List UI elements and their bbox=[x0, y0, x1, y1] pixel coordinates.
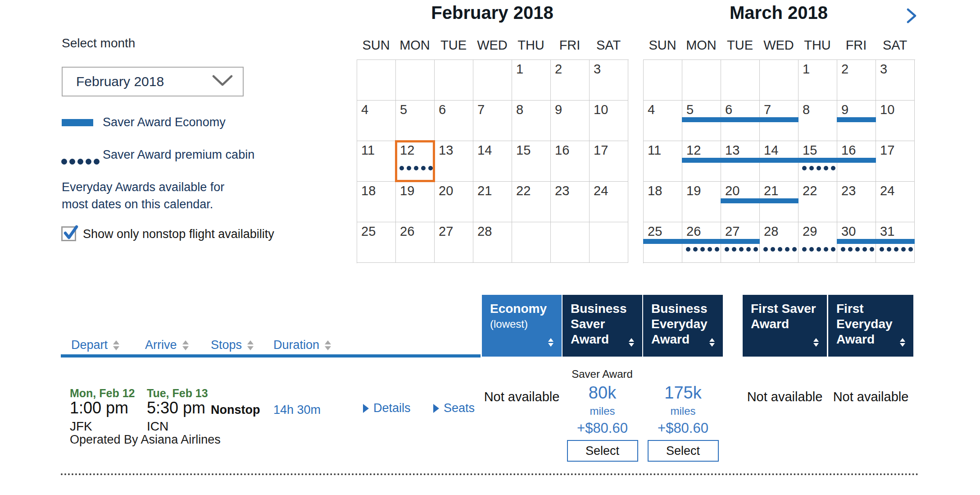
calendar-day-cell-18[interactable]: 18 bbox=[644, 182, 682, 222]
calendar-day-cell-1[interactable]: 1 bbox=[512, 60, 551, 101]
calendar-day-cell-20[interactable]: 20 bbox=[721, 182, 760, 222]
calendar-day-cell-14[interactable]: 14 bbox=[760, 141, 799, 182]
calendar-day-cell-4[interactable]: 4 bbox=[644, 101, 682, 141]
calendar-day-cell-13[interactable]: 13 bbox=[435, 141, 473, 182]
fare-header-first-saver-award[interactable]: First Saver Award bbox=[743, 295, 827, 357]
next-month-button[interactable] bbox=[903, 6, 921, 27]
calendar-day-cell-15[interactable]: 15 bbox=[799, 141, 837, 182]
calendar-day-cell-23[interactable]: 23 bbox=[551, 182, 590, 222]
select-button-business-everyday-award[interactable]: Select bbox=[648, 440, 719, 462]
fare-header-first-everyday-award[interactable]: First Everyday Award bbox=[828, 295, 913, 357]
saver-economy-bar bbox=[837, 239, 876, 244]
calendar-day-cell-2[interactable]: 2 bbox=[551, 60, 590, 101]
calendar-day-cell-14[interactable]: 14 bbox=[473, 141, 512, 182]
depart-airport: JFK bbox=[70, 419, 92, 434]
calendar-day-cell-16[interactable]: 16 bbox=[551, 141, 590, 182]
calendar-day-cell-24[interactable]: 24 bbox=[590, 182, 628, 222]
calendar-day-cell-26[interactable]: 26 bbox=[682, 222, 721, 263]
calendar-day-cell-11[interactable]: 11 bbox=[357, 141, 396, 182]
calendar-day-cell-17[interactable]: 17 bbox=[876, 141, 915, 182]
calendar-day-cell-6[interactable]: 6 bbox=[721, 101, 760, 141]
sort-header-depart[interactable]: Depart bbox=[71, 338, 119, 352]
calendar-day-cell-29[interactable]: 29 bbox=[799, 222, 837, 263]
calendar-day-cell-11[interactable]: 11 bbox=[644, 141, 682, 182]
calendar-empty-cell bbox=[644, 60, 682, 101]
calendar-day-cell-30[interactable]: 30 bbox=[837, 222, 876, 263]
checkmark-icon bbox=[63, 224, 79, 241]
calendar-day-cell-10[interactable]: 10 bbox=[876, 101, 915, 141]
calendar-day-cell-28[interactable]: 28 bbox=[473, 222, 512, 263]
fare-not-available: Not available bbox=[482, 390, 562, 404]
calendar-day-cell-23[interactable]: 23 bbox=[837, 182, 876, 222]
fare-header-subtitle: (lowest) bbox=[490, 316, 555, 332]
calendar-day-cell-7[interactable]: 7 bbox=[473, 101, 512, 141]
fare-header-title: Business Everyday Award bbox=[651, 301, 717, 347]
calendar-day-cell-12[interactable]: 12 bbox=[396, 141, 435, 182]
day-of-week-label: WED bbox=[759, 38, 798, 53]
calendar-day-cell-27[interactable]: 27 bbox=[721, 222, 760, 263]
day-number: 3 bbox=[880, 62, 887, 77]
nonstop-filter-checkbox[interactable] bbox=[61, 226, 76, 241]
sort-header-stops[interactable]: Stops bbox=[211, 338, 254, 352]
day-number: 10 bbox=[594, 102, 608, 117]
calendar-day-cell-18[interactable]: 18 bbox=[357, 182, 396, 222]
seats-link[interactable]: Seats bbox=[433, 401, 475, 415]
calendar-day-cell-9[interactable]: 9 bbox=[551, 101, 590, 141]
details-link[interactable]: Details bbox=[363, 401, 411, 415]
day-number: 2 bbox=[841, 62, 848, 77]
nonstop-filter-label: Show only nonstop flight availability bbox=[83, 227, 274, 241]
calendar-day-cell-8[interactable]: 8 bbox=[799, 101, 837, 141]
calendar-day-cell-6[interactable]: 6 bbox=[435, 101, 473, 141]
month-dropdown-value: February 2018 bbox=[76, 74, 164, 89]
calendar-day-cell-5[interactable]: 5 bbox=[396, 101, 435, 141]
calendar-day-cell-7[interactable]: 7 bbox=[760, 101, 799, 141]
calendar-day-cell-21[interactable]: 21 bbox=[760, 182, 799, 222]
calendar-day-cell-8[interactable]: 8 bbox=[512, 101, 551, 141]
calendar-day-cell-20[interactable]: 20 bbox=[435, 182, 473, 222]
calendar-day-cell-19[interactable]: 19 bbox=[396, 182, 435, 222]
calendar-day-cell-17[interactable]: 17 bbox=[590, 141, 628, 182]
calendar-day-cell-9[interactable]: 9 bbox=[837, 101, 876, 141]
day-number: 17 bbox=[880, 143, 894, 158]
fare-header-business-everyday-award[interactable]: Business Everyday Award bbox=[643, 295, 723, 357]
day-number: 19 bbox=[686, 183, 701, 198]
calendar-empty-cell bbox=[512, 222, 551, 263]
calendar-day-cell-25[interactable]: 25 bbox=[644, 222, 682, 263]
fare-header-business-saver-award[interactable]: Business Saver Award bbox=[563, 295, 642, 357]
calendar-day-cell-16[interactable]: 16 bbox=[837, 141, 876, 182]
calendar-day-cell-22[interactable]: 22 bbox=[799, 182, 837, 222]
calendar-day-cell-3[interactable]: 3 bbox=[590, 60, 628, 101]
month-dropdown[interactable]: February 2018 bbox=[62, 67, 244, 96]
calendar-day-cell-25[interactable]: 25 bbox=[357, 222, 396, 263]
chevron-right-icon bbox=[905, 7, 918, 27]
calendar-day-cell-15[interactable]: 15 bbox=[512, 141, 551, 182]
select-button-business-saver-award[interactable]: Select bbox=[567, 440, 638, 462]
day-number: 10 bbox=[880, 102, 894, 117]
saver-economy-bar bbox=[682, 158, 721, 163]
calendar-day-cell-31[interactable]: 31 bbox=[876, 222, 915, 263]
stops-header-label: Stops bbox=[211, 338, 242, 352]
calendar-day-cell-22[interactable]: 22 bbox=[512, 182, 551, 222]
calendar-day-cell-27[interactable]: 27 bbox=[435, 222, 473, 263]
calendar-day-cell-21[interactable]: 21 bbox=[473, 182, 512, 222]
calendar-day-cell-2[interactable]: 2 bbox=[837, 60, 876, 101]
day-number: 16 bbox=[841, 143, 856, 158]
calendar-day-cell-10[interactable]: 10 bbox=[590, 101, 628, 141]
fare-header-economy[interactable]: Economy(lowest) bbox=[482, 295, 562, 357]
sort-header-duration[interactable]: Duration bbox=[273, 338, 331, 352]
day-of-week-label: WED bbox=[473, 38, 512, 53]
day-number: 14 bbox=[477, 143, 492, 158]
calendar-day-cell-5[interactable]: 5 bbox=[682, 101, 721, 141]
calendar-day-cell-26[interactable]: 26 bbox=[396, 222, 435, 263]
calendar-day-cell-19[interactable]: 19 bbox=[682, 182, 721, 222]
calendar-day-cell-28[interactable]: 28 bbox=[760, 222, 799, 263]
calendar-day-cell-12[interactable]: 12 bbox=[682, 141, 721, 182]
calendar-day-cell-3[interactable]: 3 bbox=[876, 60, 915, 101]
sort-header-arrive[interactable]: Arrive bbox=[145, 338, 189, 352]
calendar-day-cell-1[interactable]: 1 bbox=[799, 60, 837, 101]
calendar-day-cell-13[interactable]: 13 bbox=[721, 141, 760, 182]
calendar-day-cell-4[interactable]: 4 bbox=[357, 101, 396, 141]
calendar-day-cell-24[interactable]: 24 bbox=[876, 182, 915, 222]
day-number: 9 bbox=[555, 102, 562, 117]
day-number: 22 bbox=[516, 183, 531, 198]
